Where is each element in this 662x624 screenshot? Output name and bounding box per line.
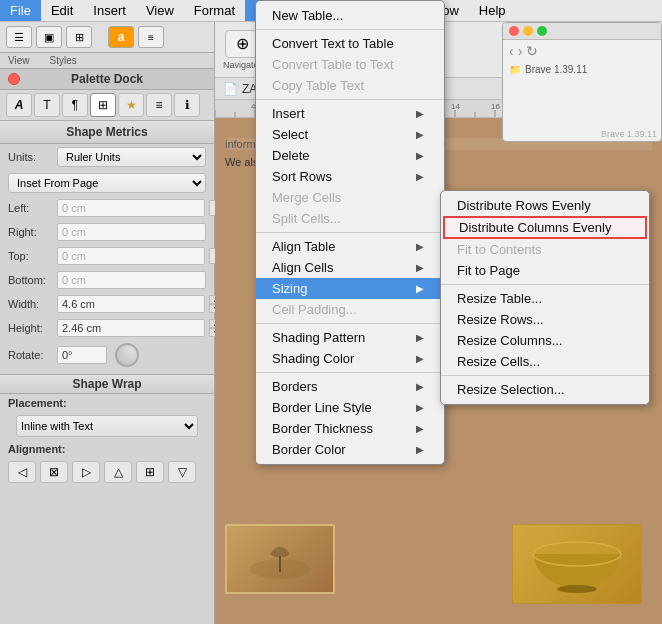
brave-version-badge: Brave 1.39.11 xyxy=(601,129,657,139)
menu-new-table[interactable]: New Table... xyxy=(256,5,444,26)
resize-cells-label: Resize Cells... xyxy=(457,354,540,369)
menu-border-thickness[interactable]: Border Thickness ▶ xyxy=(256,418,444,439)
split-cells-label: Split Cells... xyxy=(272,211,341,226)
sizing-distribute-cols[interactable]: Distribute Columns Evenly xyxy=(443,216,647,239)
height-input[interactable] xyxy=(57,319,205,337)
menu-file[interactable]: File xyxy=(0,0,41,21)
menu-delete[interactable]: Delete ▶ xyxy=(256,145,444,166)
fit-contents-label: Fit to Contents xyxy=(457,242,542,257)
menu-shading-color[interactable]: Shading Color ▶ xyxy=(256,348,444,369)
align-center-h-btn[interactable]: ⊠ xyxy=(40,461,68,483)
tab-list-icon[interactable]: ≡ xyxy=(146,93,172,117)
top-input[interactable] xyxy=(57,247,205,265)
sep4 xyxy=(256,323,444,324)
sizing-label: Sizing xyxy=(272,281,307,296)
menu-align-cells[interactable]: Align Cells ▶ xyxy=(256,257,444,278)
menu-border-line-style[interactable]: Border Line Style ▶ xyxy=(256,397,444,418)
palette-close-btn[interactable] xyxy=(8,73,20,85)
menu-help[interactable]: Help xyxy=(469,0,516,21)
menu-new-table-label: New Table... xyxy=(272,8,343,23)
icon-view-btn[interactable]: ▣ xyxy=(36,26,62,48)
menu-copy-table-text[interactable]: Copy Table Text xyxy=(256,75,444,96)
sizing-resize-table[interactable]: Resize Table... xyxy=(441,288,649,309)
browser-close-btn[interactable] xyxy=(509,26,519,36)
menu-sort-rows[interactable]: Sort Rows ▶ xyxy=(256,166,444,187)
height-label: Height: xyxy=(8,322,53,334)
rotate-input[interactable] xyxy=(57,346,107,364)
sizing-resize-cells[interactable]: Resize Cells... xyxy=(441,351,649,372)
menu-view[interactable]: View xyxy=(136,0,184,21)
border-line-style-label: Border Line Style xyxy=(272,400,372,415)
sizing-resize-selection[interactable]: Resize Selection... xyxy=(441,379,649,400)
border-thickness-label: Border Thickness xyxy=(272,421,373,436)
align-bottom-btn[interactable]: ▽ xyxy=(168,461,196,483)
reload-btn[interactable]: ↻ xyxy=(526,43,538,59)
sizing-fit-page[interactable]: Fit to Page xyxy=(441,260,649,281)
tab-text-icon[interactable]: A xyxy=(6,93,32,117)
align-table-arrow: ▶ xyxy=(416,241,424,252)
menu-convert-text-to-table[interactable]: Convert Text to Table xyxy=(256,33,444,54)
inset-select[interactable]: Inset From Page xyxy=(8,173,206,193)
align-left-btn[interactable]: ◁ xyxy=(8,461,36,483)
tab-table-icon[interactable]: ⊞ xyxy=(90,93,116,117)
extra-btn[interactable]: ≡ xyxy=(138,26,164,48)
bottom-row: Bottom: xyxy=(0,268,214,292)
left-input[interactable] xyxy=(57,199,205,217)
menu-cell-padding[interactable]: Cell Padding... xyxy=(256,299,444,320)
sizing-resize-rows[interactable]: Resize Rows... xyxy=(441,309,649,330)
merge-cells-label: Merge Cells xyxy=(272,190,341,205)
menu-format[interactable]: Format xyxy=(184,0,245,21)
width-row: Width: ▲ ▼ ⛓ xyxy=(0,292,214,316)
browser-minimize-btn[interactable] xyxy=(523,26,533,36)
list-view-btn[interactable]: ☰ xyxy=(6,26,32,48)
right-input[interactable] xyxy=(57,223,206,241)
menu-merge-cells[interactable]: Merge Cells xyxy=(256,187,444,208)
tab-para-icon[interactable]: ¶ xyxy=(62,93,88,117)
back-btn[interactable]: ‹ xyxy=(509,43,514,59)
menu-convert-table-to-text[interactable]: Convert Table to Text xyxy=(256,54,444,75)
tab-t-icon[interactable]: T xyxy=(34,93,60,117)
placement-select[interactable]: Inline with Text xyxy=(16,415,198,437)
align-right-btn[interactable]: ▷ xyxy=(72,461,100,483)
borders-label: Borders xyxy=(272,379,318,394)
menu-align-table[interactable]: Align Table ▶ xyxy=(256,236,444,257)
units-select[interactable]: Ruler Units xyxy=(57,147,206,167)
browser-titlebar xyxy=(503,23,661,40)
sizing-fit-contents[interactable]: Fit to Contents xyxy=(441,239,649,260)
select-arrow: ▶ xyxy=(416,129,424,140)
menu-sizing[interactable]: Sizing ▶ xyxy=(256,278,444,299)
menu-borders[interactable]: Borders ▶ xyxy=(256,376,444,397)
distribute-cols-label: Distribute Columns Evenly xyxy=(459,220,611,235)
placement-row: Placement: xyxy=(0,394,214,412)
units-row: Units: Ruler Units xyxy=(0,144,214,170)
amazon-btn[interactable]: a xyxy=(108,26,134,48)
tab-info-icon[interactable]: ℹ xyxy=(174,93,200,117)
shading-color-label: Shading Color xyxy=(272,351,354,366)
grid-view-btn[interactable]: ⊞ xyxy=(66,26,92,48)
menu-insert[interactable]: Insert xyxy=(83,0,136,21)
browser-zoom-btn[interactable] xyxy=(537,26,547,36)
sizing-resize-cols[interactable]: Resize Columns... xyxy=(441,330,649,351)
width-input[interactable] xyxy=(57,295,205,313)
delete-label: Delete xyxy=(272,148,310,163)
menu-edit[interactable]: Edit xyxy=(41,0,83,21)
styles-label: Styles xyxy=(50,55,77,66)
left-label: Left: xyxy=(8,202,53,214)
menu-split-cells[interactable]: Split Cells... xyxy=(256,208,444,229)
tab-star-icon[interactable]: ★ xyxy=(118,93,144,117)
menu-shading-pattern[interactable]: Shading Pattern ▶ xyxy=(256,327,444,348)
rotate-label: Rotate: xyxy=(8,349,53,361)
sizing-sep2 xyxy=(441,375,649,376)
sizing-distribute-rows[interactable]: Distribute Rows Evenly xyxy=(441,195,649,216)
svg-text:14: 14 xyxy=(451,102,460,111)
menu-insert[interactable]: Insert ▶ xyxy=(256,103,444,124)
insert-label: Insert xyxy=(272,106,305,121)
menu-select[interactable]: Select ▶ xyxy=(256,124,444,145)
menu-border-color[interactable]: Border Color ▶ xyxy=(256,439,444,460)
align-center-v-btn[interactable]: ⊞ xyxy=(136,461,164,483)
bottom-input[interactable] xyxy=(57,271,206,289)
forward-btn[interactable]: › xyxy=(518,43,523,59)
align-top-btn[interactable]: △ xyxy=(104,461,132,483)
palette-title-text: Palette Dock xyxy=(71,72,143,86)
copy-table-label: Copy Table Text xyxy=(272,78,364,93)
